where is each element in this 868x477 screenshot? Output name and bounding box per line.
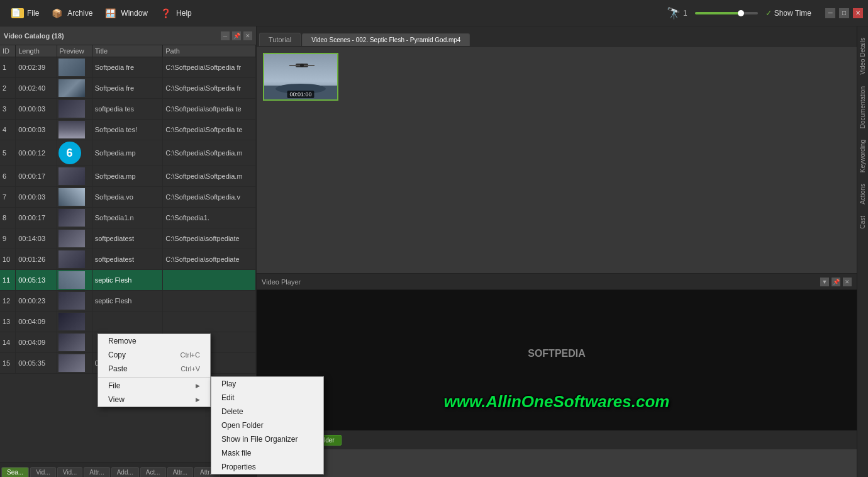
table-row[interactable]: 8 00:00:17 Softpedia1.n C:\Softpedia1. <box>0 208 256 228</box>
ctx-remove[interactable]: Remove <box>98 334 210 348</box>
volume-slider[interactable] <box>695 12 758 14</box>
volume-knob[interactable] <box>738 10 744 16</box>
col-preview: Preview <box>57 45 92 57</box>
ctx-show-in-organizer[interactable]: Show in File Organizer <box>211 432 323 446</box>
col-length: Length <box>16 45 57 57</box>
tab-bar: Tutorial Video Scenes - 002. Septic Fles… <box>257 26 857 47</box>
col-path: Path <box>163 45 256 57</box>
bottom-tab-vid2[interactable]: Vid... <box>57 467 83 477</box>
ctx-open-folder[interactable]: Open Folder <box>211 418 323 432</box>
ctx-separator-1 <box>98 377 210 378</box>
checkmark-icon: ✓ <box>765 9 772 18</box>
player-header: Video Player ▼ 📌 ✕ <box>257 274 857 290</box>
right-panel: Tutorial Video Scenes - 002. Septic Fles… <box>257 26 857 477</box>
ctx-copy[interactable]: Copy Ctrl+C <box>98 348 210 362</box>
sidebar-tab-documentation[interactable]: Documentation <box>858 81 867 133</box>
table-row[interactable]: 13 00:04:09 <box>0 311 256 332</box>
context-menu: Remove Copy Ctrl+C Paste Ctrl+V File Vie… <box>97 334 211 407</box>
archive-icon: 📦 <box>52 8 64 18</box>
bottom-tab-attr2[interactable]: Attr... <box>167 467 193 477</box>
titlebar: 📄 File 📦 Archive 🪟 Window ❓ Help 🔭 1 ✓ S… <box>0 0 868 26</box>
table-row[interactable]: 5 00:00:12 6 Softpedia.mp C:\Softpedia\S… <box>0 140 256 166</box>
sidebar-tab-video-details[interactable]: Video Details <box>858 33 867 80</box>
titlebar-right: 🔭 1 ✓ Show Time ─ □ ✕ <box>667 6 863 20</box>
player-controls: ▼ 📌 ✕ <box>820 278 852 286</box>
archive-label: Archive <box>67 9 92 18</box>
menu-file[interactable]: 📄 File <box>5 6 45 21</box>
menu-archive[interactable]: 📦 Archive <box>45 6 99 21</box>
tab-tutorial[interactable]: Tutorial <box>259 33 301 46</box>
panel-close-btn[interactable]: ✕ <box>243 31 252 40</box>
ctx-paste[interactable]: Paste Ctrl+V <box>98 362 210 376</box>
ctx-play[interactable]: Play <box>211 377 323 391</box>
table-row[interactable]: 2 00:02:40 Softpedia fre C:\Softpedia\So… <box>0 78 256 99</box>
catalog-title: Video Catalog (18) <box>4 32 64 40</box>
bottom-tab-add[interactable]: Add... <box>111 467 139 477</box>
table-row[interactable]: 4 00:00:03 Softpedia tes! C:\Softpedia\S… <box>0 120 256 140</box>
maximize-button[interactable]: □ <box>839 8 849 18</box>
sub-context-menu: Play Edit Delete Open Folder Show in Fil… <box>211 376 324 474</box>
scene-time-1: 00:01:00 <box>287 91 314 98</box>
table-row[interactable]: 12 00:00:23 septic Flesh <box>0 291 256 311</box>
show-time-label: Show Time <box>774 9 811 18</box>
right-sidebar: Video Details Documentation Keywording A… <box>857 26 868 477</box>
minimize-button[interactable]: ─ <box>825 8 835 18</box>
menu-window[interactable]: 🪟 Window <box>99 6 154 21</box>
player-pin-btn[interactable]: 📌 <box>832 278 840 286</box>
file-icon: 📄 <box>11 8 24 18</box>
softpedia-logo: SOFTPEDIA <box>528 348 586 359</box>
sidebar-tab-cast[interactable]: Cast <box>858 211 867 234</box>
ctx-delete[interactable]: Delete <box>211 405 323 418</box>
table-row[interactable]: 9 00:14:03 softpediatest C:\Softpedia\so… <box>0 228 256 249</box>
col-id: ID <box>0 45 16 57</box>
scene-thumb-1[interactable]: 00:01:00 <box>263 53 338 101</box>
bottom-tab-vid1[interactable]: Vid... <box>30 467 56 477</box>
ctx-view[interactable]: View <box>98 393 210 407</box>
col-title: Title <box>92 45 163 57</box>
scenes-area[interactable]: 00:01:00 <box>257 47 857 273</box>
svg-point-5 <box>300 64 304 67</box>
sidebar-tab-actions[interactable]: Actions <box>858 179 867 210</box>
help-label: Help <box>176 9 192 18</box>
bottom-tab-act[interactable]: Act... <box>140 467 166 477</box>
player-title: Video Player <box>262 278 301 286</box>
player-area: Video Player ▼ 📌 ✕ SOFTPEDIA www.AllinOn… <box>257 273 857 449</box>
window-icon: 🪟 <box>105 8 118 18</box>
table-row[interactable]: 10 00:01:26 softpediatest C:\Softpedia\s… <box>0 249 256 270</box>
window-label: Window <box>121 9 148 18</box>
file-label: File <box>27 9 39 18</box>
player-close-btn[interactable]: ✕ <box>843 278 852 286</box>
ctx-properties[interactable]: Properties <box>211 460 323 474</box>
table-row[interactable]: 11 00:05:13 septic Flesh <box>0 270 256 291</box>
bottom-tab-attr1[interactable]: Attr... <box>84 467 109 477</box>
panel-controls: ─ 📌 ✕ <box>221 31 252 40</box>
show-time-checkbox[interactable]: ✓ Show Time <box>765 9 811 18</box>
player-body: SOFTPEDIA www.AllinOneSoftwares.com <box>257 290 857 449</box>
table-row[interactable]: 6 00:00:17 Softpedia.mp C:\Softpedia\Sof… <box>0 166 256 187</box>
close-button[interactable]: ✕ <box>853 8 863 18</box>
binoculars-icon: 🔭 1 <box>667 6 687 20</box>
bottom-tab-search[interactable]: Sea... <box>1 467 29 477</box>
player-down-btn[interactable]: ▼ <box>820 278 829 286</box>
table-row[interactable]: 1 00:02:39 Softpedia fre C:\Softpedia\So… <box>0 57 256 78</box>
catalog-table: ID Length Preview Title Path 1 00:02:39 … <box>0 45 256 374</box>
player-bottom: ages Open video folder <box>257 430 857 449</box>
ctx-mask-file[interactable]: Mask file <box>211 446 323 460</box>
catalog-header: Video Catalog (18) ─ 📌 ✕ <box>0 26 256 45</box>
tab-video-scenes[interactable]: Video Scenes - 002. Septic Flesh - Pyram… <box>302 33 470 46</box>
watermark: www.AllinOneSoftwares.com <box>444 392 670 412</box>
help-icon: ❓ <box>160 8 173 18</box>
sidebar-tab-keywording[interactable]: Keywording <box>858 135 867 177</box>
main-layout: Video Catalog (18) ─ 📌 ✕ ID Length Previ… <box>0 26 868 477</box>
panel-minimize-btn[interactable]: ─ <box>221 31 230 40</box>
ctx-edit[interactable]: Edit <box>211 391 323 405</box>
table-row[interactable]: 7 00:00:03 Softpedia.vo C:\Softpedia\Sof… <box>0 187 256 208</box>
window-controls: ─ □ ✕ <box>825 8 863 18</box>
table-row[interactable]: 3 00:00:03 softpedia tes C:\Softpedia\so… <box>0 99 256 120</box>
panel-pin-btn[interactable]: 📌 <box>232 31 241 40</box>
ctx-file[interactable]: File <box>98 379 210 393</box>
menu-help[interactable]: ❓ Help <box>154 6 198 21</box>
